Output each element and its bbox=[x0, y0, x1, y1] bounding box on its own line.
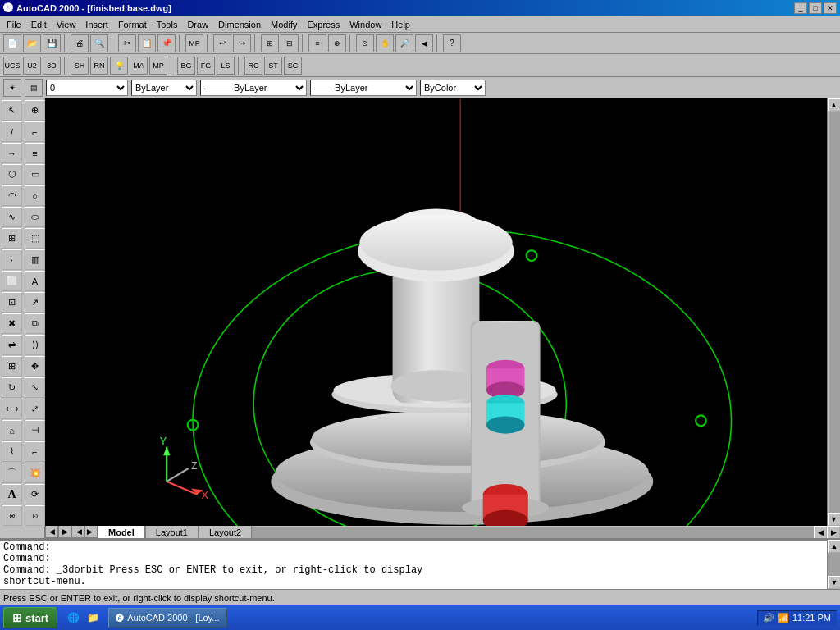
color-select[interactable]: ByLayer bbox=[131, 80, 197, 96]
tool-pick[interactable]: ↖ bbox=[2, 100, 22, 121]
h-scroll-track[interactable] bbox=[252, 527, 814, 538]
tool-mirror[interactable]: ⇌ bbox=[2, 335, 22, 355]
cut-button[interactable]: ✂ bbox=[118, 34, 136, 52]
autocad-taskbar-btn[interactable]: 🅐 AutoCAD 2000 - [Loy... bbox=[108, 608, 226, 628]
materials-button[interactable]: MA bbox=[130, 57, 148, 75]
menu-insert[interactable]: Insert bbox=[80, 18, 113, 31]
help-button[interactable]: ? bbox=[443, 34, 461, 52]
h-scroll-right[interactable]: ▶ bbox=[827, 526, 840, 539]
tool-extend[interactable]: ⊣ bbox=[25, 420, 45, 441]
tool-pline[interactable]: ⌐ bbox=[25, 121, 45, 142]
layer-manager-button[interactable]: ▤ bbox=[25, 79, 43, 97]
adcenter-button[interactable]: ⊕ bbox=[328, 34, 346, 52]
tool-spline[interactable]: ∿ bbox=[2, 207, 22, 227]
tab-scroll-right[interactable]: ▶ bbox=[58, 525, 71, 538]
start-button[interactable]: ⊞ start bbox=[3, 607, 57, 628]
menu-format[interactable]: Format bbox=[113, 18, 152, 31]
tool-text[interactable]: A bbox=[2, 484, 22, 504]
stats-button[interactable]: ST bbox=[264, 57, 282, 75]
menu-dimension[interactable]: Dimension bbox=[213, 18, 266, 31]
h-scroll-left[interactable]: ◀ bbox=[814, 526, 827, 539]
ucs2-button[interactable]: U2 bbox=[23, 57, 41, 75]
menu-view[interactable]: View bbox=[52, 18, 81, 31]
tool-explode[interactable]: 💥 bbox=[25, 463, 45, 483]
properties-button[interactable]: ≡ bbox=[308, 34, 326, 52]
tool-ellipse[interactable]: ⬭ bbox=[25, 207, 45, 227]
tool-rect[interactable]: ▭ bbox=[25, 164, 45, 185]
copy-button[interactable]: 📋 bbox=[138, 34, 156, 52]
mapping-button[interactable]: MP bbox=[149, 57, 167, 75]
save-button[interactable]: 💾 bbox=[43, 34, 61, 52]
tool-tolerance[interactable]: ⊡ bbox=[2, 292, 22, 313]
ucs-button[interactable]: UCS bbox=[3, 57, 21, 75]
plot-button[interactable]: ⊞ bbox=[261, 34, 279, 52]
tool-empty2[interactable]: ⊙ bbox=[25, 505, 45, 526]
fog-button[interactable]: FG bbox=[197, 57, 215, 75]
open-button[interactable]: 📂 bbox=[23, 34, 41, 52]
tool-ray[interactable]: → bbox=[2, 143, 22, 163]
landscape-button[interactable]: LS bbox=[217, 57, 235, 75]
print-button[interactable]: 🖨 bbox=[71, 34, 89, 52]
maximize-button[interactable]: □ bbox=[809, 2, 822, 14]
menu-edit[interactable]: Edit bbox=[26, 18, 52, 31]
rconfig-button[interactable]: RC bbox=[244, 57, 262, 75]
command-area[interactable]: Command: Command: Command: _3dorbit Pres… bbox=[0, 540, 827, 589]
cmd-scroll-down[interactable]: ▼ bbox=[828, 576, 840, 589]
preview-button[interactable]: 🔍 bbox=[90, 34, 108, 52]
tool-region[interactable]: ⬜ bbox=[2, 271, 22, 291]
tool-empty1[interactable]: ⊗ bbox=[2, 505, 22, 526]
render-button[interactable]: RN bbox=[90, 57, 108, 75]
tool-mtext[interactable]: A bbox=[25, 271, 45, 291]
tool-offset[interactable]: ⟩⟩ bbox=[25, 335, 45, 355]
tool-chamfer[interactable]: ⌐ bbox=[25, 441, 45, 462]
tool-stretch[interactable]: ⟷ bbox=[2, 399, 22, 419]
menu-modify[interactable]: Modify bbox=[266, 18, 302, 31]
tool-line[interactable]: / bbox=[2, 121, 22, 142]
tool-lengthen[interactable]: ⤢ bbox=[25, 399, 45, 419]
folder-icon[interactable]: 📁 bbox=[84, 609, 102, 627]
tool-circle[interactable]: ○ bbox=[25, 185, 45, 206]
menu-express[interactable]: Express bbox=[302, 18, 345, 31]
menu-tools[interactable]: Tools bbox=[152, 18, 183, 31]
tool-multiline[interactable]: ≡ bbox=[25, 143, 45, 163]
new-button[interactable]: 📄 bbox=[3, 34, 21, 52]
paste-button[interactable]: 📌 bbox=[158, 34, 176, 52]
menu-help[interactable]: Help bbox=[386, 18, 415, 31]
v-scroll-track[interactable] bbox=[829, 112, 840, 513]
minimize-button[interactable]: _ bbox=[794, 2, 807, 14]
shade-button[interactable]: SH bbox=[71, 57, 89, 75]
cmd-scroll-track[interactable] bbox=[828, 553, 840, 576]
menu-file[interactable]: File bbox=[2, 18, 26, 31]
plotstyle-select[interactable]: ByColor bbox=[420, 80, 486, 96]
tool-hatch[interactable]: ▥ bbox=[25, 249, 45, 270]
pan-button[interactable]: ✋ bbox=[376, 34, 394, 52]
tool-leader[interactable]: ↗ bbox=[25, 292, 45, 313]
menu-draw[interactable]: Draw bbox=[182, 18, 213, 31]
lineweight-select[interactable]: —— ByLayer bbox=[310, 80, 417, 96]
tool-polygon[interactable]: ⬡ bbox=[2, 164, 22, 185]
tool-array[interactable]: ⊞ bbox=[2, 356, 22, 377]
scroll-up-button[interactable]: ▲ bbox=[828, 98, 841, 112]
tool-scale[interactable]: ⤡ bbox=[25, 377, 45, 398]
tab-scroll-left[interactable]: ◀ bbox=[45, 525, 58, 538]
cmd-scroll-up[interactable]: ▲ bbox=[828, 540, 840, 553]
3dviews-button[interactable]: 3D bbox=[43, 57, 61, 75]
menu-window[interactable]: Window bbox=[345, 18, 386, 31]
ie-icon[interactable]: 🌐 bbox=[64, 609, 82, 627]
tool-copy[interactable]: ⧉ bbox=[25, 313, 45, 334]
redo-button[interactable]: ↪ bbox=[233, 34, 251, 52]
tool-fillet[interactable]: ⌒ bbox=[2, 463, 22, 483]
tool-move[interactable]: ✥ bbox=[25, 356, 45, 377]
tool-rotate[interactable]: ↻ bbox=[2, 377, 22, 398]
tool-arc[interactable]: ◠ bbox=[2, 185, 22, 206]
layer-select[interactable]: 0 bbox=[46, 80, 128, 96]
tab-scroll-first[interactable]: |◀ bbox=[71, 525, 84, 538]
tool-block[interactable]: ⬚ bbox=[25, 228, 45, 249]
tool-point[interactable]: · bbox=[2, 249, 22, 270]
tool-regen[interactable]: ⟳ bbox=[25, 484, 45, 504]
layer-state-button[interactable]: ☀ bbox=[3, 79, 21, 97]
linetype-select[interactable]: ——— ByLayer bbox=[200, 80, 307, 96]
undo-button[interactable]: ↩ bbox=[213, 34, 231, 52]
tab-scroll-last[interactable]: ▶| bbox=[84, 525, 98, 538]
close-button[interactable]: ✕ bbox=[824, 2, 837, 14]
